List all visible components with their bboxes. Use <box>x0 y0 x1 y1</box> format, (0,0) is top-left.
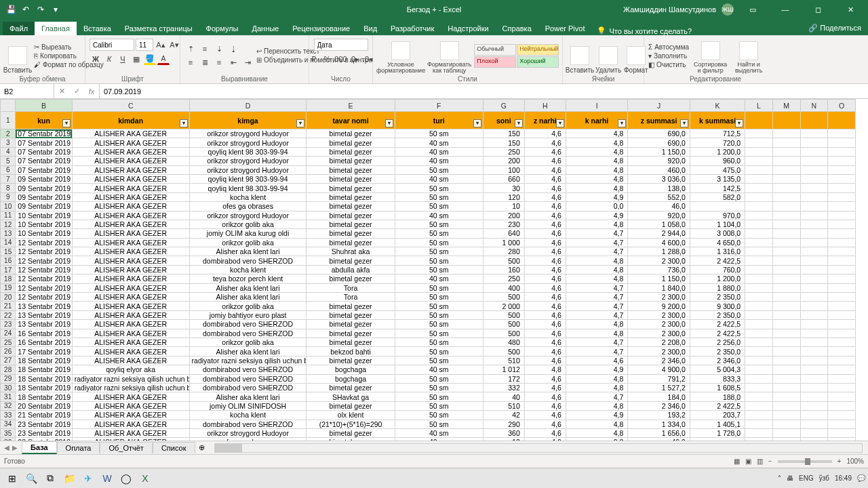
grid-cell[interactable]: 50 sm <box>395 293 483 302</box>
grid-cell[interactable]: 500 <box>483 320 524 329</box>
avatar[interactable]: ЖШ <box>722 3 734 16</box>
view-normal-icon[interactable]: ▦ <box>734 458 740 465</box>
tab-formulas[interactable]: Формулы <box>199 22 245 35</box>
row-header[interactable]: 28 <box>1 365 16 374</box>
grid-cell[interactable]: 10 <box>483 438 524 441</box>
grid-cell[interactable]: 07 Sentabr 2019 <box>16 147 72 156</box>
grid-cell[interactable]: bekzod bahti <box>307 347 395 356</box>
grid-cell[interactable]: 4,7 <box>566 392 628 401</box>
grid-cell[interactable]: 9 200,0 <box>628 302 690 310</box>
grid-cell[interactable]: 2 300,0 <box>628 256 690 265</box>
grid-cell[interactable]: 500 <box>483 310 524 319</box>
col-header[interactable]: K <box>690 100 745 112</box>
search-icon[interactable]: 🔍 <box>22 469 41 488</box>
grid-cell[interactable]: ALISHER AKA GEZER <box>72 256 189 265</box>
grid-cell[interactable]: 20 Sentabr 2019 <box>16 401 72 410</box>
grid-cell[interactable]: 23 Sentabr 2019 <box>16 428 72 437</box>
grid-cell[interactable]: orikzor golib aka <box>189 238 307 247</box>
grid-cell[interactable]: 2 422,5 <box>690 256 745 265</box>
grid-cell[interactable]: qoyliq elyor aka <box>72 365 189 374</box>
grid-cell[interactable]: bimetal gezer <box>307 256 395 265</box>
grid-cell[interactable]: 2 422,5 <box>690 401 745 410</box>
grid-cell[interactable]: orikzor golib aka <box>189 338 307 346</box>
sheet-tab-oplata[interactable]: Оплата <box>57 442 100 453</box>
grid-cell[interactable]: jomiy OLIM SINIFDOSH <box>189 401 307 410</box>
excel-icon[interactable]: X <box>136 469 155 488</box>
grid-cell[interactable]: 1 150,0 <box>628 274 690 283</box>
grid-cell[interactable]: bimetal gezer <box>307 320 395 329</box>
tab-insert[interactable]: Вставка <box>77 22 118 35</box>
grid-cell[interactable]: 4,8 <box>566 383 628 392</box>
grid-cell[interactable]: 50 sm <box>395 356 483 365</box>
grid-cell[interactable]: 50 sm <box>395 401 483 410</box>
grid-cell[interactable]: 50 sm <box>395 283 483 292</box>
grid-cell[interactable]: 10 <box>483 202 524 211</box>
tab-data[interactable]: Данные <box>245 22 285 35</box>
grid-cell[interactable]: dombirabod vero SHERZOD <box>189 420 307 428</box>
maximize-icon[interactable]: ◻ <box>804 0 831 19</box>
border-icon[interactable]: ▦ <box>130 53 142 65</box>
grid-cell[interactable]: Alisher aka klent lari <box>189 283 307 292</box>
row-header[interactable]: 9 <box>1 192 16 201</box>
grid-cell[interactable]: 13 Sentabr 2019 <box>16 310 72 319</box>
grid-cell[interactable]: Tora <box>307 293 395 302</box>
grid-cell[interactable]: 4,8 <box>566 320 628 329</box>
grid-cell[interactable]: 4,6 <box>524 338 566 346</box>
grid-cell[interactable]: 660 <box>483 174 524 183</box>
grid-cell[interactable]: 2 422,5 <box>690 320 745 329</box>
col-header[interactable]: L <box>745 100 773 112</box>
share-button[interactable]: 🔗 Поделиться <box>802 21 868 35</box>
row-header[interactable]: 32 <box>1 401 16 410</box>
grid-cell[interactable]: 50 sm <box>395 129 483 138</box>
grid-cell[interactable]: 3 008,0 <box>690 229 745 238</box>
grid-cell[interactable]: 510 <box>483 401 524 410</box>
grid-cell[interactable]: ofes ga obrases <box>189 438 307 441</box>
grid-cell[interactable]: 4,8 <box>566 265 628 274</box>
grid-cell[interactable]: 4,6 <box>524 265 566 274</box>
row-header[interactable]: 14 <box>1 238 16 247</box>
grid-cell[interactable]: 1 840,0 <box>628 283 690 292</box>
grid-cell[interactable]: bimetal gezer <box>307 438 395 441</box>
grid-cell[interactable]: 4,7 <box>566 347 628 356</box>
grid-cell[interactable]: ALISHER AKA GEZER <box>72 202 189 211</box>
tab-view[interactable]: Вид <box>357 22 384 35</box>
align-bottom-icon[interactable]: ⇣ <box>213 43 225 55</box>
grid-cell[interactable]: 4,8 <box>566 329 628 338</box>
grid-cell[interactable]: 4 900,0 <box>628 365 690 374</box>
grid-cell[interactable]: ALISHER AKA GEZER <box>72 347 189 356</box>
col-header[interactable]: M <box>772 100 800 112</box>
grid-cell[interactable]: bimetal gezer <box>307 274 395 283</box>
grid-cell[interactable]: bimetal gezer <box>307 229 395 238</box>
filter-icon[interactable]: ▾ <box>296 119 304 127</box>
grid-cell[interactable]: Alisher aka klent lari <box>189 247 307 256</box>
col-header[interactable]: C <box>72 100 189 112</box>
grid-cell[interactable]: 2 944,0 <box>628 229 690 238</box>
grid-cell[interactable]: 1 405,1 <box>690 420 745 428</box>
grid-cell[interactable]: 50 sm <box>395 165 483 174</box>
grid-cell[interactable]: (21*10)+(5*16)=290 <box>307 420 395 428</box>
grid-cell[interactable]: 4,7 <box>566 247 628 256</box>
row-header[interactable]: 11 <box>1 211 16 220</box>
paste-button[interactable]: Вставить <box>4 37 31 74</box>
grid-cell[interactable]: 188,0 <box>690 392 745 401</box>
tab-review[interactable]: Рецензирование <box>285 22 357 35</box>
grid-cell[interactable]: 18 Sentabr 2019 <box>16 356 72 365</box>
grid-cell[interactable]: ALISHER AKA GEZER <box>72 438 189 441</box>
sheet-nav-prev-icon[interactable]: ◀ <box>4 444 9 451</box>
row-header[interactable]: 1 <box>1 112 16 129</box>
row-header[interactable]: 2 <box>1 129 16 138</box>
table-header-cell[interactable]: tavar nomi▾ <box>307 112 395 129</box>
row-header[interactable]: 18 <box>1 274 16 283</box>
grid-cell[interactable]: dombirabod vero SHERZOD <box>189 365 307 374</box>
grid-cell[interactable]: 0,0 <box>566 202 628 211</box>
grid-cell[interactable]: 500 <box>483 347 524 356</box>
grid-cell[interactable]: 970,0 <box>690 211 745 220</box>
row-header[interactable]: 12 <box>1 220 16 228</box>
grid-cell[interactable]: 4,6 <box>524 374 566 383</box>
grid-cell[interactable]: 40 sm <box>395 365 483 374</box>
grid-cell[interactable]: 18 Sentabr 2019 <box>16 392 72 401</box>
grid-cell[interactable]: dombirabod vero SHERZOD <box>189 320 307 329</box>
grid-cell[interactable]: 184,0 <box>628 392 690 401</box>
grid-cell[interactable]: ALISHER AKA GEZER <box>72 157 189 165</box>
style-bad[interactable]: Плохой <box>474 56 516 68</box>
